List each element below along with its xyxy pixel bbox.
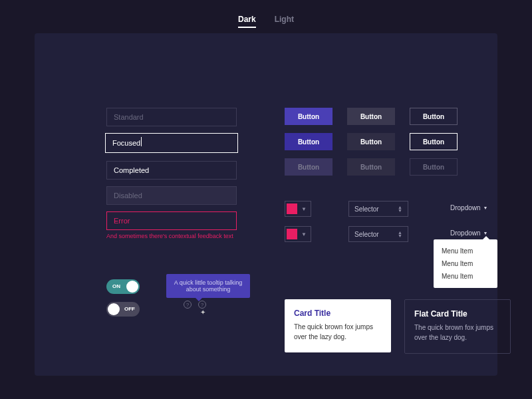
input-error-feedback: And sometimes there's contextual feedbac… [106, 233, 233, 239]
component-canvas: And sometimes there's contextual feedbac… [35, 33, 497, 376]
selector-stepper[interactable]: Selector ▲▼ [348, 226, 408, 242]
cursor-icon: ✦ [200, 309, 205, 316]
button-secondary[interactable]: Button [347, 108, 395, 125]
toggle-knob [126, 281, 138, 293]
card: Card Title The quick brown fox jumps ove… [285, 299, 391, 352]
flat-card: Flat Card Title The quick brown fox jump… [404, 299, 511, 354]
help-icon[interactable]: ? [198, 301, 206, 309]
button-outline-disabled: Button [410, 158, 458, 176]
dropdown-menu: Menu Item Menu Item Menu Item [434, 239, 497, 288]
input-focused[interactable] [105, 133, 238, 153]
card-title: Flat Card Title [414, 309, 501, 319]
chevron-down-icon: ▼ [483, 231, 488, 235]
button-secondary-hover[interactable]: Button [347, 133, 395, 150]
color-swatch [287, 203, 297, 214]
color-picker[interactable]: ▼ [285, 226, 311, 242]
stepper-arrows-icon[interactable]: ▲▼ [398, 205, 402, 212]
card-body: The quick brown fox jumps over the lazy … [294, 322, 382, 342]
menu-item[interactable]: Menu Item [434, 270, 497, 283]
input-error[interactable] [106, 211, 237, 230]
toggle-off-label: OFF [124, 306, 135, 312]
menu-item[interactable]: Menu Item [434, 245, 497, 257]
chevron-down-icon: ▼ [301, 231, 307, 237]
card-title: Card Title [294, 309, 382, 318]
tab-light[interactable]: Light [275, 15, 294, 28]
button-primary-hover[interactable]: Button [285, 133, 332, 150]
button-outline[interactable]: Button [410, 108, 458, 125]
card-body: The quick brown fox jumps over the lazy … [414, 323, 501, 342]
color-picker[interactable]: ▼ [285, 201, 311, 217]
toggle-knob [108, 303, 120, 315]
button-outline-hover[interactable]: Button [410, 133, 458, 150]
input-completed[interactable] [106, 161, 237, 180]
chevron-down-icon: ▼ [483, 205, 488, 210]
tab-dark[interactable]: Dark [238, 15, 256, 28]
selector-label: Selector [354, 231, 379, 238]
dropdown[interactable]: Dropdown ▼ [450, 204, 488, 211]
toggle-on[interactable] [106, 279, 140, 294]
text-caret [141, 137, 142, 146]
button-primary[interactable]: Button [285, 108, 332, 125]
tooltip: A quick little tooltip talking about som… [166, 274, 250, 298]
color-swatch [287, 229, 297, 239]
selector-stepper[interactable]: Selector ▲▼ [348, 201, 408, 217]
input-disabled [106, 186, 237, 205]
chevron-down-icon: ▼ [301, 206, 307, 212]
dropdown-label: Dropdown [450, 229, 481, 237]
button-secondary-disabled: Button [347, 158, 395, 176]
button-primary-disabled: Button [285, 158, 332, 176]
selector-label: Selector [354, 205, 379, 213]
stepper-arrows-icon[interactable]: ▲▼ [398, 231, 402, 237]
help-icon[interactable]: ? [184, 301, 192, 309]
menu-item[interactable]: Menu Item [434, 257, 497, 270]
dropdown-label: Dropdown [450, 204, 481, 211]
toggle-on-label: ON [112, 283, 120, 289]
input-standard[interactable] [106, 108, 237, 126]
